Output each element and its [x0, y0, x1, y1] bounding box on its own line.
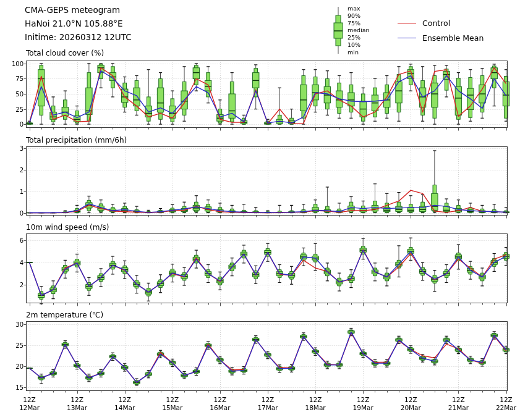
- y-tick-label: 6: [0, 237, 23, 245]
- y-tick-label: 25: [0, 342, 23, 350]
- x-tick-hour: 12Z: [106, 396, 143, 404]
- x-tick-hour: 12Z: [392, 396, 429, 404]
- x-tick-label: 12Z17Mar: [249, 396, 286, 412]
- x-tick-label: 12Z22Mar: [488, 396, 520, 412]
- x-tick-date: 21Mar: [440, 404, 477, 412]
- x-tick-hour: 12Z: [154, 396, 191, 404]
- x-tick-label: 12Z12Mar: [11, 396, 48, 412]
- x-tick-date: 18Mar: [297, 404, 334, 412]
- x-tick-label: 12Z18Mar: [297, 396, 334, 412]
- x-tick-hour: 12Z: [59, 396, 96, 404]
- ensemble-mean-label: Ensemble Mean: [422, 33, 484, 43]
- legend-10-label: 10%: [347, 41, 370, 49]
- figure-title: CMA-GEPS meteogram: [25, 5, 120, 15]
- y-tick-label: 25: [0, 106, 23, 114]
- legend-min-label: min: [347, 49, 370, 56]
- panel-title-precip: Total precipitation (mm/6h): [26, 136, 127, 145]
- x-tick-hour: 12Z: [344, 396, 381, 404]
- y-tick-label: 0: [0, 121, 23, 128]
- x-tick-label: 12Z21Mar: [440, 396, 477, 412]
- init-time: Initime: 20260312 12UTC: [25, 32, 132, 42]
- y-tick-label: 3: [0, 145, 23, 153]
- y-tick-label: 50: [0, 91, 23, 98]
- x-tick-label: 12Z15Mar: [154, 396, 191, 412]
- control-line-swatch: [398, 23, 416, 23]
- legend-25-label: 25%: [347, 34, 370, 41]
- panel-title-cloud: Total cloud cover (%): [26, 49, 104, 57]
- y-tick-label: 2: [0, 167, 23, 174]
- x-tick-date: 13Mar: [59, 404, 96, 412]
- x-tick-date: 12Mar: [11, 404, 48, 412]
- meteogram-plot: [0, 0, 520, 420]
- ensemble-mean-line-swatch: [398, 38, 416, 38]
- x-tick-label: 12Z13Mar: [59, 396, 96, 412]
- x-tick-date: 17Mar: [249, 404, 286, 412]
- x-tick-hour: 12Z: [297, 396, 334, 404]
- station-coords: HaNoi 21.0°N 105.88°E: [25, 19, 123, 28]
- control-label: Control: [422, 19, 450, 28]
- x-tick-date: 15Mar: [154, 404, 191, 412]
- y-tick-label: 20: [0, 363, 23, 371]
- x-tick-hour: 12Z: [249, 396, 286, 404]
- y-tick-label: 4: [0, 259, 23, 267]
- legend-median-label: median: [347, 27, 370, 34]
- x-tick-hour: 12Z: [202, 396, 239, 404]
- x-tick-hour: 12Z: [488, 396, 520, 404]
- x-tick-hour: 12Z: [11, 396, 48, 404]
- x-tick-label: 12Z14Mar: [106, 396, 143, 412]
- legend-90-label: 90%: [347, 12, 370, 20]
- meteogram-figure: CMA-GEPS meteogram HaNoi 21.0°N 105.88°E…: [0, 0, 520, 420]
- panel-title-wind: 10m wind speed (m/s): [26, 223, 109, 232]
- y-tick-label: 75: [0, 75, 23, 83]
- x-tick-hour: 12Z: [440, 396, 477, 404]
- x-tick-date: 14Mar: [106, 404, 143, 412]
- x-tick-date: 22Mar: [488, 404, 520, 412]
- panel-title-temp: 2m temperature (℃): [26, 311, 103, 319]
- y-tick-label: 30: [0, 321, 23, 329]
- y-tick-label: 1: [0, 188, 23, 196]
- legend-ensemble-mean: Ensemble Mean: [398, 33, 484, 43]
- x-tick-date: 19Mar: [344, 404, 381, 412]
- y-tick-label: 15: [0, 384, 23, 392]
- box-legend-labels: max 90% 75% median 25% 10% min: [347, 5, 370, 56]
- legend-control: Control: [398, 18, 450, 28]
- x-tick-date: 20Mar: [392, 404, 429, 412]
- x-tick-label: 12Z16Mar: [202, 396, 239, 412]
- x-tick-label: 12Z20Mar: [392, 396, 429, 412]
- legend-max-label: max: [347, 5, 370, 12]
- legend-75-label: 75%: [347, 20, 370, 27]
- y-tick-label: 0: [0, 210, 23, 217]
- x-tick-date: 16Mar: [202, 404, 239, 412]
- y-tick-label: 2: [0, 282, 23, 289]
- x-tick-label: 12Z19Mar: [344, 396, 381, 412]
- box-whisker-legend-icon: [330, 6, 346, 56]
- y-tick-label: 100: [0, 61, 23, 68]
